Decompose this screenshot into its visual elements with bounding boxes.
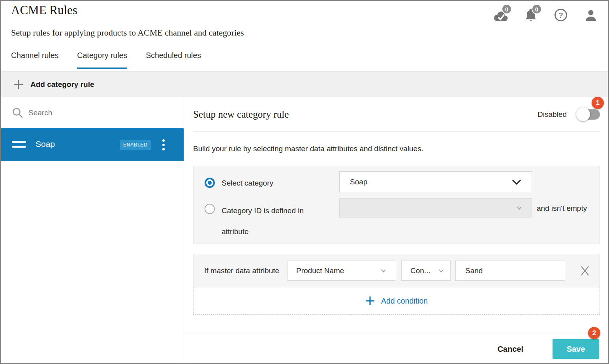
category-id-label: Category ID is defined in attribute: [222, 200, 312, 242]
user-profile-icon[interactable]: [583, 5, 599, 22]
page-title: ACME Rules: [11, 3, 77, 17]
toggle-label: Disabled: [538, 110, 567, 119]
annotation-step-1: 1: [592, 97, 604, 109]
condition-row: If master data attribute Product Name Co…: [193, 254, 600, 287]
add-condition-button[interactable]: Add condition: [193, 287, 600, 315]
category-id-attribute-dropdown[interactable]: [339, 198, 532, 218]
add-condition-label: Add condition: [381, 296, 428, 306]
rules-sidebar: Soap ENABLED: [0, 97, 184, 364]
plus-icon: [365, 296, 375, 306]
help-icon[interactable]: ?: [553, 5, 569, 22]
tab-scheduled-rules[interactable]: Scheduled rules: [146, 51, 201, 69]
save-button[interactable]: Save 2: [553, 339, 599, 359]
page-subtitle: Setup rules for applying products to ACM…: [11, 28, 244, 38]
chevron-down-icon: [517, 206, 522, 210]
cancel-button[interactable]: Cancel: [497, 345, 523, 354]
search-icon: [12, 107, 24, 119]
category-selection-panel: Select category Soap Category ID is defi…: [193, 166, 600, 244]
isnt-empty-label: and isn't empty: [537, 204, 587, 213]
category-dropdown-value: Soap: [350, 178, 367, 186]
header-icon-bar: 0 0 ?: [493, 5, 599, 22]
rule-editor-header: Setup new category rule Disabled: [193, 97, 600, 132]
select-category-radio[interactable]: [205, 178, 215, 188]
category-dropdown[interactable]: Soap: [339, 171, 532, 192]
notifications-count-badge: 0: [532, 4, 542, 14]
condition-value-input[interactable]: [455, 261, 565, 281]
enable-toggle[interactable]: [577, 109, 600, 120]
rule-description: Build your rule by selecting master data…: [193, 144, 423, 153]
operator-dropdown-value: Con...: [410, 266, 430, 275]
toggle-knob[interactable]: [576, 107, 590, 121]
editor-footer: Cancel Save 2: [184, 334, 609, 364]
app-window: ACME Rules Setup rules for applying prod…: [0, 0, 609, 364]
drag-handle-icon[interactable]: [12, 141, 26, 150]
rule-tabs: Channel rules Category rules Scheduled r…: [11, 51, 220, 69]
tasks-count-badge: 0: [502, 4, 512, 14]
category-id-radio[interactable]: [205, 204, 215, 214]
tab-category-rules[interactable]: Category rules: [77, 51, 127, 69]
attribute-dropdown-value: Product Name: [296, 266, 344, 275]
tab-channel-rules[interactable]: Channel rules: [11, 51, 58, 69]
save-button-label: Save: [567, 345, 585, 353]
add-category-rule-button[interactable]: Add category rule: [0, 71, 609, 97]
select-category-label: Select category: [222, 179, 273, 188]
add-category-rule-label: Add category rule: [30, 80, 94, 89]
search-row: [0, 97, 184, 128]
tasks-cloud-icon[interactable]: 0: [493, 5, 509, 22]
operator-dropdown[interactable]: Con...: [401, 261, 451, 281]
status-badge: ENABLED: [120, 140, 151, 150]
attribute-dropdown[interactable]: Product Name: [287, 261, 396, 281]
notifications-bell-icon[interactable]: 0: [523, 5, 539, 22]
rule-editor-title: Setup new category rule: [193, 109, 289, 120]
plus-icon: [13, 79, 24, 90]
svg-text:?: ?: [558, 11, 563, 19]
chevron-down-icon: [381, 268, 386, 273]
search-input[interactable]: [28, 97, 175, 128]
chevron-down-icon: [438, 268, 444, 273]
rule-list-item-soap[interactable]: Soap ENABLED: [0, 128, 184, 161]
kebab-menu-icon[interactable]: [160, 138, 167, 152]
rule-name: Soap: [36, 139, 55, 149]
condition-row-label: If master data attribute: [204, 266, 279, 275]
annotation-step-2: 2: [588, 327, 600, 339]
chevron-down-icon: [512, 179, 521, 185]
remove-condition-icon[interactable]: [580, 265, 590, 278]
enable-toggle-group: Disabled: [538, 109, 600, 120]
